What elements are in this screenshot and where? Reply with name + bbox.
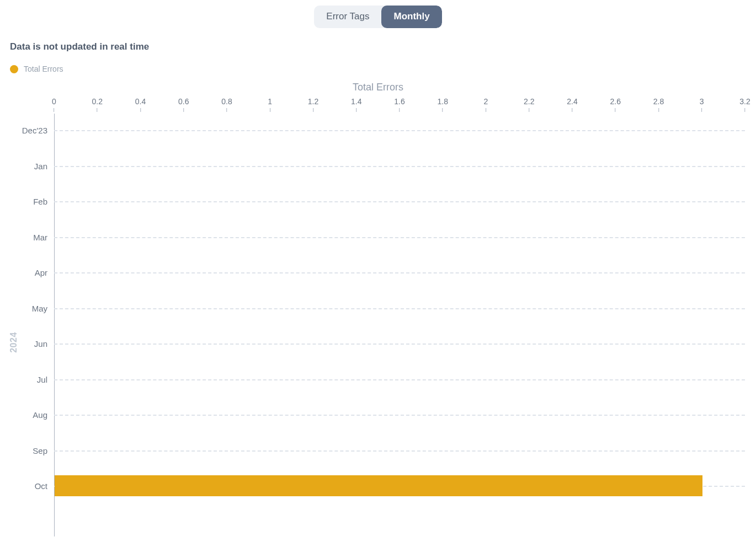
update-note: Data is not updated in real time: [0, 28, 756, 52]
x-axis-ticks: 00.20.40.60.811.21.41.61.822.22.42.62.83…: [54, 97, 745, 114]
gridline: [54, 272, 745, 273]
y-tick-label: Jan: [34, 161, 54, 170]
x-axis-title: Total Errors: [0, 82, 756, 93]
y-tick-label: Mar: [33, 232, 54, 242]
y-axis-title: 2024: [9, 332, 19, 353]
x-tick: 0.4: [135, 97, 146, 112]
bar[interactable]: [55, 475, 702, 496]
y-tick-label: Sep: [33, 446, 54, 455]
y-tick-label: Apr: [35, 268, 54, 277]
gridline: [54, 344, 745, 345]
x-tick: 2.4: [567, 97, 577, 112]
y-tick-label: Dec'23: [22, 126, 54, 135]
x-tick: 2.6: [610, 97, 621, 112]
x-tick: 3: [700, 97, 704, 112]
y-tick-label: Oct: [35, 481, 54, 491]
gridline: [54, 237, 745, 238]
y-tick-label: May: [32, 303, 54, 313]
y-tick-label: Jun: [34, 339, 54, 348]
y-axis-line: [54, 114, 55, 536]
y-tick-label: Feb: [33, 197, 54, 206]
legend-swatch-icon: [10, 65, 18, 73]
x-tick: 1.8: [438, 97, 448, 112]
gridline: [54, 450, 745, 452]
gridline: [54, 415, 745, 416]
x-tick: 3.2: [739, 97, 750, 112]
view-tabs: Error Tags Monthly: [0, 0, 756, 28]
tab-error-tags[interactable]: Error Tags: [314, 6, 381, 28]
gridline: [54, 166, 745, 167]
x-tick: 0: [52, 97, 56, 112]
x-tick: 0.6: [178, 97, 189, 112]
chart: Total Errors 2024 00.20.40.60.811.21.41.…: [0, 82, 756, 542]
tab-monthly[interactable]: Monthly: [381, 6, 441, 28]
gridline: [54, 130, 745, 131]
y-tick-label: Aug: [33, 410, 54, 420]
x-tick: 1: [268, 97, 272, 112]
gridline: [54, 379, 745, 380]
x-tick: 1.6: [394, 97, 404, 112]
tab-group: Error Tags Monthly: [314, 6, 441, 28]
gridline: [54, 308, 745, 309]
x-tick: 1.2: [308, 97, 318, 112]
x-tick: 1.4: [351, 97, 361, 112]
plot-area: Dec'23JanFebMarAprMayJunJulAugSepOct: [54, 114, 745, 536]
x-tick: 2.8: [653, 97, 664, 112]
x-tick: 2.2: [524, 97, 534, 112]
x-tick: 2: [484, 97, 488, 112]
gridline: [54, 201, 745, 202]
chart-legend: Total Errors: [0, 52, 756, 73]
y-tick-label: Jul: [37, 374, 54, 384]
x-tick: 0.2: [92, 97, 103, 112]
x-tick: 0.8: [221, 97, 232, 112]
legend-label: Total Errors: [24, 65, 63, 73]
